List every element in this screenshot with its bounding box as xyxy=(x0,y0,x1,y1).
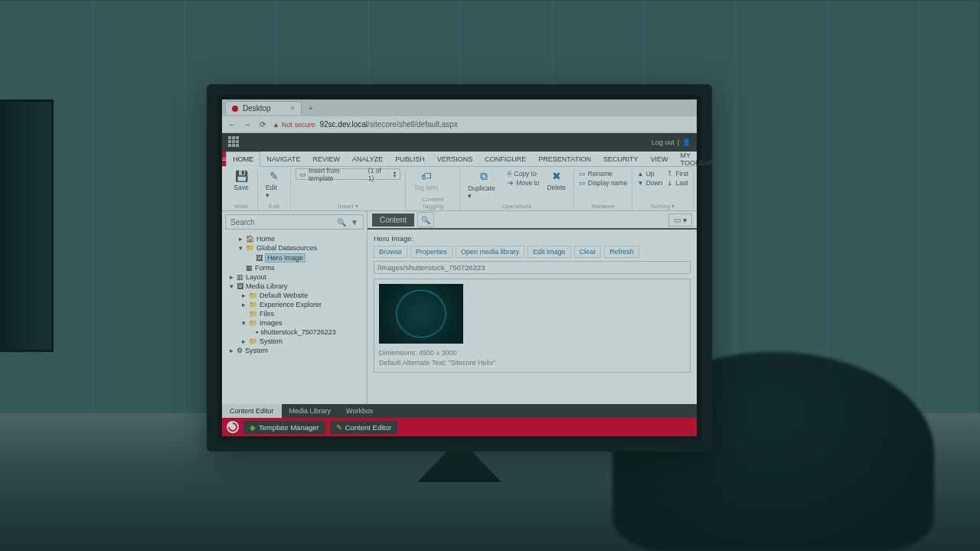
group-label-tagging: Content Tagging xyxy=(410,195,455,210)
forms-icon: ▦ xyxy=(246,264,253,272)
group-label-insert: Insert xyxy=(338,203,354,210)
url-field[interactable]: 92sc.dev.local/sitecore/shell/default.as… xyxy=(319,120,692,129)
image-alt-text: Default Alternate Text: "Sitecore Helix" xyxy=(379,358,685,368)
bottom-tab-workbox[interactable]: Workbox xyxy=(338,404,381,418)
ribbon-tab-publish[interactable]: PUBLISH xyxy=(389,152,431,166)
ribbon-tab-view[interactable]: VIEW xyxy=(645,152,675,166)
language-selector[interactable]: ▭▾ xyxy=(668,214,692,227)
open-media-library-button[interactable]: Open media library xyxy=(456,246,524,258)
image-thumbnail xyxy=(379,284,463,344)
bottom-tab-content-editor[interactable]: Content Editor xyxy=(222,404,282,418)
content-tree[interactable]: ▸🏠Home ▾📁Global Datasources 🖼Hero Image … xyxy=(222,233,367,404)
image-file-icon: ▪ xyxy=(256,328,258,336)
nav-forward-icon[interactable]: → xyxy=(242,120,253,129)
move-first-button[interactable]: ⤒First xyxy=(667,170,688,178)
browse-button[interactable]: Browse xyxy=(374,246,407,258)
warning-icon: ▲ xyxy=(273,121,279,129)
group-label-sorting: Sorting xyxy=(651,203,670,210)
chevron-down-icon: ▾ xyxy=(683,216,687,224)
field-panel: Hero Image: Browse Properties Open media… xyxy=(368,230,697,404)
ribbon-tab-navigate[interactable]: NAVIGATE xyxy=(260,152,306,166)
content-tree-panel: Search 🔍 ▼ ▸🏠Home ▾📁Global Datasources 🖼… xyxy=(222,211,368,404)
folder-icon: 📁 xyxy=(249,292,257,299)
ribbon-tab-analyze[interactable]: ANALYZE xyxy=(346,152,389,166)
move-to-button[interactable]: ➔Move to xyxy=(508,179,539,187)
pencil-icon: ✎ xyxy=(336,423,342,432)
first-icon: ⤒ xyxy=(667,170,673,178)
bottom-tab-media-library[interactable]: Media Library xyxy=(282,404,339,418)
new-tab-button[interactable]: + xyxy=(305,102,317,114)
image-path: /Images/shutterstock_750726223 xyxy=(374,261,691,274)
edit-button[interactable]: ✎ Edit ▾ xyxy=(263,168,286,201)
content-tab[interactable]: Content xyxy=(372,214,414,227)
ribbon-tab-review[interactable]: REVIEW xyxy=(306,152,346,166)
app-switcher-icon[interactable] xyxy=(228,136,240,148)
copy-to-button[interactable]: ⎘Copy to xyxy=(508,170,539,178)
divider: | xyxy=(678,139,679,146)
ribbon-tab-versions[interactable]: VERSIONS xyxy=(431,152,479,166)
nav-back-icon[interactable]: ← xyxy=(227,120,237,129)
browser-address-bar: ← → ⟳ ▲ Not secure 92sc.dev.local/siteco… xyxy=(222,116,697,133)
logout-link[interactable]: Log out | 👤 xyxy=(652,139,691,146)
save-button[interactable]: 💾 Save xyxy=(230,168,253,193)
search-icon[interactable]: 🔍 xyxy=(337,218,346,227)
opera-icon xyxy=(232,106,238,112)
clear-button[interactable]: Clear xyxy=(574,246,602,258)
search-dropdown-icon[interactable]: ▼ xyxy=(351,218,358,227)
ribbon: 💾 Save Write ✎ Edit ▾ Edit xyxy=(222,167,697,211)
refresh-button[interactable]: Refresh xyxy=(604,246,639,258)
image-icon: 🖼 xyxy=(256,254,263,262)
group-label-edit: Edit xyxy=(263,202,286,210)
move-up-button[interactable]: ▲Up xyxy=(637,170,662,178)
taskbar-content-editor[interactable]: ✎Content Editor xyxy=(330,421,398,434)
group-label-rename: Rename xyxy=(579,202,628,210)
group-label-write: Write xyxy=(230,202,253,210)
folder-icon: 📁 xyxy=(249,319,257,327)
ribbon-tab-security[interactable]: SECURITY xyxy=(597,152,645,166)
duplicate-button[interactable]: ⧉ Duplicate ▾ xyxy=(465,168,503,201)
browser-tab-title: Desktop xyxy=(243,104,271,112)
content-search-icon[interactable]: 🔍 xyxy=(417,212,434,227)
nav-reload-icon[interactable]: ⟳ xyxy=(257,120,268,129)
not-secure-badge[interactable]: ▲ Not secure xyxy=(273,121,315,129)
tag-item-button: 🏷 Tag item xyxy=(410,168,441,193)
move-icon: ➔ xyxy=(508,179,514,187)
content-header: Content 🔍 ▭▾ xyxy=(368,211,697,230)
move-last-button[interactable]: ⤓Last xyxy=(667,179,688,187)
system-icon: ⚙ xyxy=(237,347,243,354)
ribbon-tab-presentation[interactable]: PRESENTATION xyxy=(532,152,597,166)
browser-tab[interactable]: Desktop × xyxy=(225,101,302,115)
taskbar-template-manager[interactable]: ◆Template Manager xyxy=(243,421,325,434)
edit-icon: ✎ xyxy=(270,170,279,182)
app-brand-bar: Log out | 👤 xyxy=(222,133,697,152)
display-name-button[interactable]: ▭Display name xyxy=(579,179,628,187)
delete-button[interactable]: ✖ Delete xyxy=(544,168,569,193)
bottom-tabstrip: Content Editor Media Library Workbox xyxy=(222,404,697,418)
ribbon-tab-mytoolbar[interactable]: MY TOOLBAR xyxy=(675,152,720,166)
delete-icon: ✖ xyxy=(552,170,561,182)
ribbon-tab-home[interactable]: HOME xyxy=(226,152,260,167)
ribbon-tabstrip: ≡ HOME NAVIGATE REVIEW ANALYZE PUBLISH V… xyxy=(222,152,697,167)
ribbon-tab-configure[interactable]: CONFIGURE xyxy=(479,152,532,166)
folder-icon: 📁 xyxy=(249,301,257,308)
flag-icon: ▭ xyxy=(674,216,681,224)
workspace: Search 🔍 ▼ ▸🏠Home ▾📁Global Datasources 🖼… xyxy=(222,211,697,404)
tag-icon: 🏷 xyxy=(421,170,432,182)
secondary-monitor xyxy=(0,99,54,352)
last-icon: ⤓ xyxy=(667,179,673,187)
insert-from-template-box[interactable]: ▭ Insert from template (1 of 1) ▲▼ xyxy=(296,168,400,180)
app-taskbar: ◆Template Manager ✎Content Editor xyxy=(222,418,697,436)
image-field-toolbar: Browse Properties Open media library Edi… xyxy=(374,246,691,258)
field-label: Hero Image: xyxy=(374,234,691,243)
close-tab-icon[interactable]: × xyxy=(290,104,295,112)
rename-button[interactable]: ▭Rename xyxy=(579,170,628,178)
start-orb-icon[interactable] xyxy=(227,421,239,433)
tree-item-hero-image[interactable]: Hero Image xyxy=(265,253,305,262)
folder-icon: 📁 xyxy=(246,244,254,252)
image-preview-box: Dimensions: 4500 x 3000 Default Alternat… xyxy=(374,279,691,373)
tree-search-input[interactable]: Search 🔍 ▼ xyxy=(225,214,364,230)
edit-image-button[interactable]: Edit image xyxy=(528,246,571,258)
up-icon: ▲ xyxy=(637,170,643,178)
move-down-button[interactable]: ▼Down xyxy=(637,179,662,187)
properties-button[interactable]: Properties xyxy=(410,246,452,258)
